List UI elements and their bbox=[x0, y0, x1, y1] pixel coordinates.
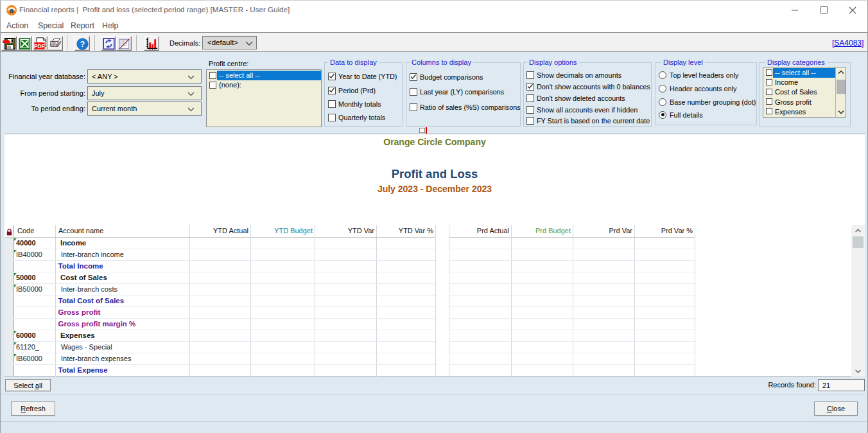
svg-text:PDF: PDF bbox=[34, 44, 44, 49]
svg-text:?: ? bbox=[80, 40, 84, 49]
svg-text:a: a bbox=[10, 6, 14, 14]
